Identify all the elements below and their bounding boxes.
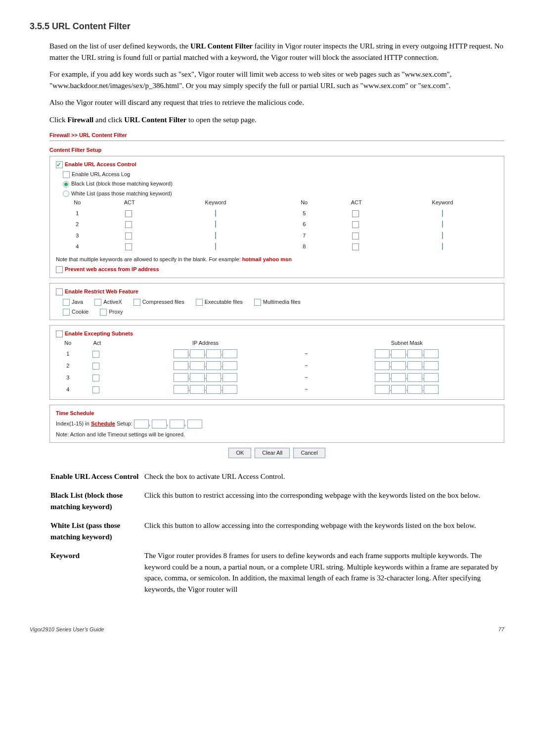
- paragraph-2: For example, if you add key words such a…: [49, 69, 504, 91]
- ip-1a[interactable]: [174, 349, 188, 358]
- schedule-note: Note: Action and Idle Timeout settings w…: [56, 430, 498, 439]
- subnet-table: NoActIP AddressSubnet Mask 1...~... 2...…: [56, 338, 498, 396]
- kw-input-3[interactable]: [215, 232, 216, 239]
- paragraph-1: Based on the list of user defined keywor…: [49, 41, 504, 63]
- def-term: Enable URL Access Control: [50, 469, 143, 487]
- section-heading: 3.5.5 URL Content Filter: [30, 20, 504, 33]
- def-desc: The Vigor router provides 8 frames for u…: [144, 548, 503, 600]
- enable-restrict-checkbox[interactable]: [56, 288, 63, 295]
- schedule-row: Index(1-15) in Schedule Setup: , , ,: [56, 420, 498, 428]
- kw-act-4[interactable]: [125, 243, 132, 250]
- def-desc: Check the box to activate URL Access Con…: [144, 469, 503, 487]
- def-term: White List (pass those matching keyword): [50, 518, 143, 547]
- java-checkbox[interactable]: [63, 299, 70, 306]
- enable-log-checkbox[interactable]: [63, 171, 70, 178]
- screenshot-panel: Firewall >> URL Content Filter Content F…: [49, 131, 504, 458]
- kw-input-2[interactable]: [215, 221, 216, 228]
- content-filter-title: Content Filter Setup: [49, 146, 504, 154]
- kw-input-4[interactable]: [215, 243, 216, 250]
- schedule-link[interactable]: Schedule: [91, 421, 115, 426]
- kw-act-3[interactable]: [125, 233, 132, 239]
- breadcrumb: Firewall >> URL Content Filter: [49, 131, 504, 140]
- paragraph-3: Also the Vigor router will discard any r…: [49, 97, 504, 108]
- definitions-table: Enable URL Access ControlCheck the box t…: [49, 468, 504, 601]
- footer-left: Vigor2910 Series User's Guide: [30, 625, 104, 634]
- clear-all-button[interactable]: Clear All: [255, 448, 290, 458]
- kw-input-8[interactable]: [442, 243, 443, 250]
- compressed-checkbox[interactable]: [134, 299, 140, 306]
- kw-act-7[interactable]: [352, 233, 359, 239]
- executable-checkbox[interactable]: [196, 299, 203, 306]
- enable-uac-checkbox[interactable]: [56, 161, 63, 168]
- kw-input-6[interactable]: [442, 221, 443, 228]
- enable-except-checkbox[interactable]: [56, 331, 63, 337]
- kw-act-5[interactable]: [352, 210, 359, 217]
- def-desc: Click this button to allow accessing int…: [144, 518, 503, 547]
- kw-note: Note that multiple keywords are allowed …: [56, 255, 498, 264]
- enable-uac-label: Enable URL Access Control: [65, 161, 136, 167]
- sub-act-4[interactable]: [92, 386, 99, 393]
- page-footer: Vigor2910 Series User's Guide 77: [30, 625, 504, 634]
- multimedia-checkbox[interactable]: [254, 299, 261, 306]
- def-term: Keyword: [50, 548, 143, 600]
- kw-act-1[interactable]: [125, 210, 132, 217]
- keyword-table: NoACTKeywordNoACTKeyword 15 26 37 48: [56, 197, 498, 252]
- cookie-checkbox[interactable]: [63, 309, 70, 316]
- def-term: Black List (block those matching keyword…: [50, 488, 143, 517]
- ok-button[interactable]: OK: [228, 448, 251, 458]
- kw-act-6[interactable]: [352, 221, 359, 228]
- kw-act-8[interactable]: [352, 243, 359, 250]
- def-desc: Click this button to restrict accessing …: [144, 488, 503, 517]
- proxy-checkbox[interactable]: [100, 309, 107, 316]
- paragraph-4: Click Firewall and click URL Content Fil…: [49, 114, 504, 126]
- kw-input-5[interactable]: [442, 210, 443, 217]
- footer-page: 77: [498, 625, 504, 634]
- prevent-ip-checkbox[interactable]: [56, 266, 63, 273]
- kw-input-1[interactable]: [215, 210, 216, 217]
- sub-act-2[interactable]: [92, 363, 99, 370]
- black-list-radio[interactable]: [63, 181, 69, 188]
- white-list-radio[interactable]: [63, 190, 69, 197]
- activex-checkbox[interactable]: [94, 299, 101, 306]
- kw-act-2[interactable]: [125, 221, 132, 228]
- sub-act-3[interactable]: [92, 375, 99, 381]
- sub-act-1[interactable]: [92, 351, 99, 358]
- cancel-button[interactable]: Cancel: [293, 448, 325, 458]
- kw-input-7[interactable]: [442, 232, 443, 239]
- time-schedule-title: Time Schedule: [56, 409, 498, 418]
